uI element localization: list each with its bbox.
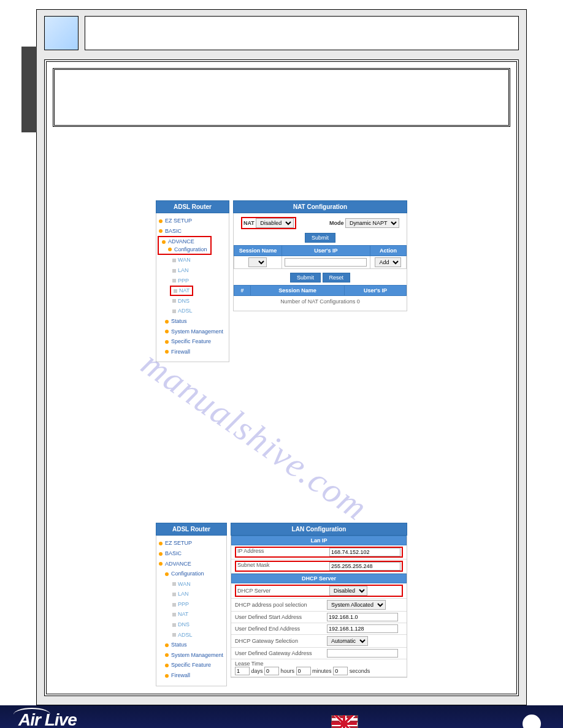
page-number-dot [523,715,541,728]
lease-seconds[interactable] [333,667,348,675]
nav2-firewall[interactable]: Firewall [164,670,225,681]
lease-minutes-unit: minutes [312,668,332,674]
nav-ppp[interactable]: PPP [171,276,228,286]
submit-button-2[interactable]: Submit [290,273,321,282]
main-title-2: LAN Configuration [231,523,407,536]
th-action: Action [370,246,406,256]
dhcp-server-select[interactable]: Disabled [329,586,367,596]
uk-flag-icon [331,715,358,728]
start-label: User Defined Start Address [235,614,327,620]
action-select[interactable]: Add [375,257,401,267]
start-input[interactable] [327,613,398,621]
nav2-ppp[interactable]: PPP [171,599,225,610]
lease-label: Lease Time [235,661,327,667]
user-gw-label: User Defined Gateway Address [235,650,327,656]
lease-days-unit: days [251,668,263,674]
ip-address-label: IP Address [237,548,329,556]
nav-adsl[interactable]: ADSL [171,306,228,316]
th-num: # [234,286,251,296]
gw-sel-label: DHCP Gateway Selection [235,638,327,644]
nav-specific-feature[interactable]: Specific Feature [164,336,228,347]
nav2-configuration[interactable]: Configuration [164,569,225,579]
nat-label: NAT [243,220,255,226]
nat-select[interactable]: Disabled [256,218,294,228]
nav2-system-management[interactable]: System Management [164,650,225,661]
nav-nat[interactable]: NAT [172,286,191,295]
nav2-lan[interactable]: LAN [171,589,225,599]
sidebar-title-2: ADSL Router [156,523,227,536]
lease-hours-unit: hours [281,668,295,674]
end-label: User Defined End Address [235,626,327,632]
reset-button[interactable]: Reset [323,273,351,282]
nav2-dns[interactable]: DNS [171,620,225,630]
user-gw-input[interactable] [327,649,398,658]
nav2-basic[interactable]: BASIC [158,548,225,559]
config-count-note: Number of NAT Configurations 0 [234,296,407,307]
nav2-advance[interactable]: ADVANCE [158,559,225,569]
users-ip-input[interactable] [285,258,367,267]
nav-system-management[interactable]: System Management [164,327,228,337]
lease-seconds-unit: seconds [350,668,370,674]
nav-configuration[interactable]: Configuration [167,245,209,254]
header-bar [85,16,519,50]
page-footer: Air Live www.ovislink.com.tw [0,705,563,728]
nav2-wan[interactable]: WAN [171,579,225,590]
logo-arc-icon [13,708,50,721]
screenshot-nat: ADSL Router EZ SETUP BASIC ADVANCE Confi… [156,200,407,362]
nav-lan[interactable]: LAN [171,265,228,276]
submit-button[interactable]: Submit [305,233,335,243]
nav2-nat[interactable]: NAT [171,609,225,620]
th-users-ip-2: User's IP [345,286,407,296]
nav-status[interactable]: Status [164,316,228,327]
dhcp-server-label: DHCP Server [237,588,329,594]
lease-days[interactable] [235,667,250,675]
pool-label: DHCP address pool selection [235,602,327,608]
nav2-ez-setup[interactable]: EZ SETUP [158,538,225,548]
nav-wan[interactable]: WAN [171,255,228,265]
header-square-icon [44,16,79,50]
ip-address-input[interactable] [329,548,400,556]
nav2-adsl[interactable]: ADSL [171,630,225,640]
th-users-ip: User's IP [282,246,370,256]
lease-hours[interactable] [264,667,279,675]
mode-select[interactable]: Dynamic NAPT [345,218,399,228]
nav-basic[interactable]: BASIC [158,226,228,237]
th-session-name-2: Session Name [251,286,345,296]
pool-select[interactable]: System Allocated [327,600,386,610]
th-session-name: Session Name [234,246,282,256]
gw-sel-select[interactable]: Automatic [327,636,368,646]
side-tab [21,47,37,132]
nav-firewall[interactable]: Firewall [164,347,228,357]
nav2-status[interactable]: Status [164,640,225,650]
section-dhcp: DHCP Server [231,574,407,583]
subnet-label: Subnet Mask [237,562,329,571]
main-title: NAT Configuration [233,200,407,213]
section-lanip: Lan IP [231,536,407,545]
session-name-select[interactable] [248,257,267,267]
subnet-input[interactable] [329,562,400,571]
info-box [53,68,510,127]
lease-minutes[interactable] [296,667,311,675]
sidebar-title: ADSL Router [156,200,229,213]
nav-ez-setup[interactable]: EZ SETUP [158,216,228,226]
screenshot-lan: ADSL Router EZ SETUP BASIC ADVANCE Confi… [156,523,407,686]
end-input[interactable] [327,624,398,633]
nav2-specific-feature[interactable]: Specific Feature [164,660,225,670]
mode-label: Mode [329,220,344,226]
nav-dns[interactable]: DNS [171,296,228,306]
